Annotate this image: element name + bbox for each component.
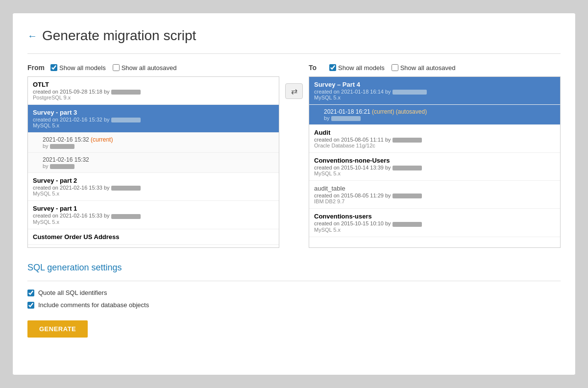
list-item[interactable]: Customer Order US Address — [28, 229, 279, 245]
from-show-all-models-checkbox[interactable] — [50, 64, 57, 71]
to-list[interactable]: Survey – Part 4 created on 2021-01-18 16… — [309, 76, 561, 248]
blurred-user — [111, 214, 141, 219]
item-meta: created on 2015-08-05 11:29 by — [314, 193, 555, 198]
quote-sql-checkbox[interactable] — [27, 290, 34, 296]
item-name: Customer Order US Address — [33, 233, 274, 241]
item-name: Conventions-none-Users — [314, 157, 555, 164]
back-button[interactable]: ← — [27, 30, 37, 42]
from-list[interactable]: OTLT created on 2015-09-28 15:18 by Post… — [27, 76, 279, 248]
list-item[interactable]: Survey - part 2 created on 2021-02-16 15… — [28, 173, 279, 201]
to-show-all-models-checkbox[interactable] — [329, 64, 336, 71]
to-label: To — [309, 64, 323, 72]
swap-button[interactable]: ⇄ — [285, 83, 303, 99]
to-checkbox-group: Show all models Show all autosaved — [329, 64, 455, 72]
page-title: Generate migration script — [42, 28, 196, 44]
setting-row-1: Quote all SQL identifiers — [27, 289, 561, 296]
current-tag: (current) — [91, 136, 113, 143]
item-name: Survey - part 2 — [33, 177, 274, 184]
item-name: OTLT — [33, 81, 274, 88]
blurred-user — [111, 186, 141, 191]
sub-item-name: 2021-02-16 15:32 — [43, 156, 274, 163]
item-sub: MySQL 5.x — [314, 170, 555, 176]
swap-container: ⇄ — [279, 64, 309, 99]
item-meta: created on 2021-02-16 15:33 by — [33, 213, 274, 218]
item-sub: PostgreSQL 9.x — [33, 95, 274, 100]
from-checkbox-group: Show all models Show all autosaved — [50, 64, 176, 72]
blurred-user — [111, 90, 141, 95]
include-comments-label[interactable]: Include comments for database objects — [38, 301, 149, 309]
sub-list-item[interactable]: 2021-02-16 15:32 by — [28, 153, 279, 173]
item-sub: MySQL 5.x — [314, 95, 555, 100]
item-sub: MySQL 5.x — [33, 219, 274, 225]
item-sub: IBM DB2 9.7 — [314, 198, 555, 204]
quote-sql-label[interactable]: Quote all SQL identifiers — [38, 289, 107, 296]
item-name: Survey – Part 4 — [314, 81, 555, 88]
current-autosaved-tag: (current) (autosaved) — [372, 108, 427, 115]
sub-list-item[interactable]: 2021-01-18 16:21 (current) (autosaved) b… — [309, 105, 560, 125]
generate-button[interactable]: GENERATE — [27, 320, 88, 338]
item-sub: MySQL 5.x — [33, 191, 274, 196]
blurred-user — [392, 90, 427, 95]
item-name: Survey - part 1 — [33, 205, 274, 212]
list-item[interactable]: OTLT created on 2015-09-28 15:18 by Post… — [28, 77, 279, 105]
list-item[interactable]: Conventions-none-Users created on 2015-1… — [309, 153, 560, 181]
blurred-user — [392, 166, 422, 170]
sql-settings-section: SQL generation settings Quote all SQL id… — [27, 263, 561, 338]
item-meta: created on 2015-08-05 11:11 by — [314, 137, 555, 143]
settings-divider — [27, 281, 561, 281]
to-panel: To Show all models Show all autosaved Su… — [309, 64, 561, 248]
list-item[interactable]: audit_table created on 2015-08-05 11:29 … — [309, 181, 560, 209]
item-sub: MySQL 5.x — [33, 122, 274, 128]
panels-row: From Show all models Show all autosaved … — [27, 64, 561, 248]
from-show-all-models-label[interactable]: Show all models — [50, 64, 106, 72]
blurred-user — [392, 222, 422, 227]
item-name: Conventions-users — [314, 213, 555, 220]
item-meta: created on 2015-10-15 10:10 by — [314, 220, 555, 226]
item-sub: Oracle Database 11g/12c — [314, 143, 555, 148]
from-label: From — [27, 64, 45, 72]
item-name: Audit — [314, 129, 555, 136]
sub-item-meta: by — [43, 143, 274, 149]
main-container: ← Generate migration script From Show al… — [12, 13, 576, 375]
sql-settings-title: SQL generation settings — [27, 263, 561, 273]
setting-row-2: Include comments for database objects — [27, 301, 561, 309]
from-show-all-autosaved-checkbox[interactable] — [113, 64, 120, 71]
list-item[interactable]: Survey - part 1 created on 2021-02-16 15… — [28, 201, 279, 229]
sub-list-item[interactable]: 2021-02-16 15:32 (current) by — [28, 133, 279, 153]
sub-item-meta: by — [43, 163, 274, 169]
blurred-user — [392, 138, 422, 143]
sub-item-name: 2021-02-16 15:32 (current) — [43, 136, 274, 143]
item-meta: created on 2015-09-28 15:18 by — [33, 89, 274, 95]
sub-item-name: 2021-01-18 16:21 (current) (autosaved) — [324, 108, 555, 115]
blurred-user — [111, 118, 141, 122]
item-meta: created on 2021-02-16 15:33 by — [33, 185, 274, 191]
blurred-user — [50, 164, 74, 169]
sub-item-meta: by — [324, 115, 555, 121]
to-show-all-autosaved-label[interactable]: Show all autosaved — [392, 64, 456, 72]
item-meta: created on 2015-10-14 13:39 by — [314, 165, 555, 170]
page-header: ← Generate migration script — [27, 28, 561, 44]
to-panel-header: To Show all models Show all autosaved — [309, 64, 561, 72]
blurred-user — [392, 194, 422, 198]
item-sub: MySQL 5.x — [314, 227, 555, 233]
list-item[interactable]: Conventions-users created on 2015-10-15 … — [309, 209, 560, 237]
from-show-all-autosaved-label[interactable]: Show all autosaved — [113, 64, 177, 72]
from-panel-header: From Show all models Show all autosaved — [27, 64, 279, 72]
header-divider — [27, 53, 561, 54]
item-meta: created on 2021-01-18 16:14 by — [314, 89, 555, 95]
blurred-user — [50, 144, 74, 149]
item-name: audit_table — [314, 185, 555, 192]
to-show-all-autosaved-checkbox[interactable] — [392, 64, 398, 71]
list-item[interactable]: Survey - part 3 created on 2021-02-16 15… — [28, 105, 279, 133]
item-name: Survey - part 3 — [33, 109, 274, 116]
include-comments-checkbox[interactable] — [27, 302, 34, 309]
list-item[interactable]: Audit created on 2015-08-05 11:11 by Ora… — [309, 125, 560, 153]
blurred-user — [331, 116, 361, 121]
item-meta: created on 2021-02-16 15:32 by — [33, 117, 274, 122]
to-show-all-models-label[interactable]: Show all models — [329, 64, 385, 72]
from-panel: From Show all models Show all autosaved … — [27, 64, 279, 248]
list-item[interactable]: Survey – Part 4 created on 2021-01-18 16… — [309, 77, 560, 105]
